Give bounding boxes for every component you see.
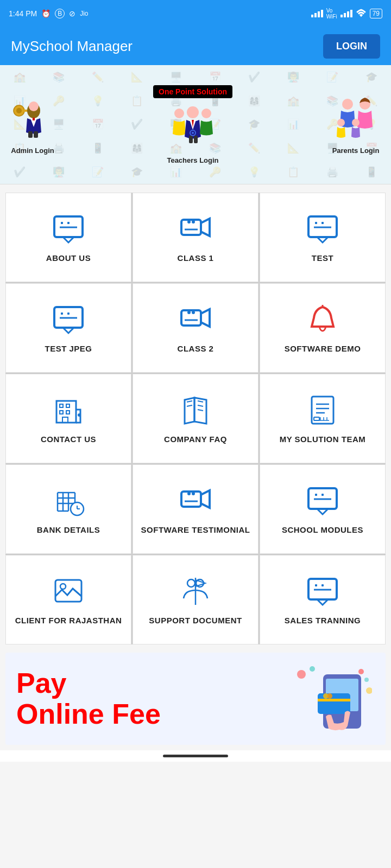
hero-banner: 🏫📚✏️📐🖥️📅✔️👨‍🏫📝🎓 📊🔑💡📋🖨️📱👩‍👩‍👧🏫📚✏️ 📐🖥️📅✔️👨… bbox=[0, 65, 391, 184]
grid-item-school-modules[interactable]: SCHOOL MODULES bbox=[260, 464, 386, 554]
svg-point-10 bbox=[174, 108, 184, 118]
svg-point-1 bbox=[16, 108, 22, 113]
svg-point-38 bbox=[187, 311, 191, 314]
school-modules-icon bbox=[306, 484, 339, 519]
contact-us-icon bbox=[52, 393, 85, 428]
client-rajasthan-icon bbox=[52, 575, 85, 609]
jio-label: Jio bbox=[80, 10, 88, 17]
sales-tranning-icon bbox=[306, 575, 339, 609]
admin-section: Admin Login bbox=[11, 94, 54, 155]
svg-point-39 bbox=[192, 311, 195, 314]
signal-bars bbox=[311, 10, 323, 17]
software-demo-label: SOFTWARE DEMO bbox=[285, 344, 361, 353]
svg-rect-60 bbox=[314, 417, 319, 420]
svg-rect-34 bbox=[61, 312, 63, 315]
signal-icon-2: ⊘ bbox=[69, 9, 75, 18]
svg-rect-31 bbox=[321, 222, 324, 224]
login-button[interactable]: LOGIN bbox=[323, 34, 380, 59]
svg-line-54 bbox=[187, 401, 192, 402]
svg-rect-35 bbox=[67, 312, 70, 315]
class-1-label: CLASS 1 bbox=[178, 253, 214, 263]
pay-line2: Online Fee bbox=[16, 699, 161, 730]
teachers-icon bbox=[168, 101, 217, 153]
grid-item-my-solution-team[interactable]: MY SOLUTION TEAM bbox=[260, 374, 386, 463]
support-document-icon bbox=[179, 575, 212, 609]
grid-item-company-faq[interactable]: COMPANY FAQ bbox=[133, 374, 258, 463]
grid-item-software-demo[interactable]: SOFTWARE DEMO bbox=[260, 283, 386, 373]
svg-point-17 bbox=[342, 99, 353, 110]
svg-point-26 bbox=[187, 220, 191, 224]
grid-item-bank-details[interactable]: BANK DETAILS bbox=[5, 464, 131, 554]
svg-rect-37 bbox=[181, 310, 201, 326]
banner-content: Admin Login One Point Solution bbox=[0, 80, 391, 170]
grid-item-class-1[interactable]: CLASS 1 bbox=[133, 193, 258, 282]
grid-item-contact-us[interactable]: CONTACT US bbox=[5, 374, 131, 463]
svg-rect-8 bbox=[28, 131, 33, 138]
grid-item-about-us[interactable]: ABOUT US bbox=[5, 193, 131, 282]
grid-item-client-rajasthan[interactable]: CLIENT FOR RAJASTHAN bbox=[5, 555, 131, 644]
wifi-icon bbox=[356, 9, 367, 19]
svg-point-102 bbox=[364, 678, 369, 682]
svg-rect-45 bbox=[66, 404, 70, 407]
class-1-icon bbox=[179, 212, 212, 247]
phone-graphic bbox=[288, 663, 375, 734]
support-document-label: SUPPORT DOCUMENT bbox=[149, 616, 242, 625]
svg-line-52 bbox=[198, 405, 203, 406]
pay-line1: Pay bbox=[16, 668, 161, 699]
svg-rect-14 bbox=[194, 136, 198, 143]
company-faq-icon bbox=[179, 393, 212, 428]
battery-display: 79 bbox=[370, 9, 382, 18]
svg-point-100 bbox=[327, 693, 332, 699]
payment-illustration bbox=[291, 663, 372, 734]
svg-rect-25 bbox=[181, 220, 201, 235]
grid-item-test-jpeg[interactable]: TEST JPEG bbox=[5, 283, 131, 373]
about-us-icon bbox=[52, 212, 85, 247]
parents-icon bbox=[331, 94, 380, 143]
alarm-icon: ⏰ bbox=[41, 9, 51, 18]
home-bar bbox=[163, 755, 228, 757]
svg-rect-9 bbox=[34, 131, 38, 138]
svg-point-85 bbox=[60, 584, 66, 589]
bottom-banner: Pay Online Fee bbox=[5, 653, 386, 745]
svg-point-16 bbox=[192, 132, 194, 134]
svg-rect-7 bbox=[33, 118, 35, 120]
parents-section: Parents Login bbox=[331, 94, 380, 155]
grid-item-software-testimonial[interactable]: SOFTWARE TESTIMONIAL bbox=[133, 464, 258, 554]
svg-rect-56 bbox=[312, 397, 333, 424]
svg-point-12 bbox=[201, 108, 211, 118]
contact-us-label: CONTACT US bbox=[41, 435, 96, 444]
my-solution-team-label: MY SOLUTION TEAM bbox=[280, 435, 366, 444]
svg-point-78 bbox=[192, 492, 195, 495]
time-display: 1:44 PM bbox=[9, 9, 37, 18]
svg-rect-82 bbox=[321, 494, 324, 496]
pay-text-container: Pay Online Fee bbox=[16, 668, 161, 730]
grid-item-class-2[interactable]: CLASS 2 bbox=[133, 283, 258, 373]
svg-point-27 bbox=[192, 220, 195, 224]
sales-tranning-label: SALES TRANNING bbox=[285, 616, 361, 625]
admin-label: Admin Login bbox=[11, 146, 54, 155]
about-us-label: ABOUT US bbox=[46, 253, 91, 263]
svg-rect-97 bbox=[318, 693, 350, 714]
test-jpeg-icon bbox=[52, 303, 85, 337]
status-bar: 1:44 PM ⏰ B ⊘ Jio VoWiFi 79 bbox=[0, 0, 391, 27]
class-2-icon bbox=[179, 303, 212, 337]
client-rajasthan-label: CLIENT FOR RAJASTHAN bbox=[15, 616, 122, 625]
svg-rect-98 bbox=[318, 699, 350, 701]
svg-line-51 bbox=[198, 401, 203, 402]
svg-rect-90 bbox=[315, 584, 317, 586]
app-title: MySchool Manager bbox=[11, 38, 133, 55]
svg-line-53 bbox=[198, 410, 203, 411]
svg-rect-46 bbox=[60, 411, 63, 414]
grid-item-support-document[interactable]: SUPPORT DOCUMENT bbox=[133, 555, 258, 644]
teacher-section: One Point Solution bbox=[153, 85, 232, 164]
svg-point-11 bbox=[187, 106, 199, 118]
school-modules-label: SCHOOL MODULES bbox=[282, 525, 363, 534]
menu-grid: ABOUT US CLASS 1 TEST TEST JPEG bbox=[5, 193, 386, 644]
teachers-label: Teachers Login bbox=[167, 156, 218, 164]
grid-item-test[interactable]: TEST bbox=[260, 193, 386, 282]
grid-item-sales-tranning[interactable]: SALES TRANNING bbox=[260, 555, 386, 644]
svg-rect-22 bbox=[61, 222, 63, 224]
signal-bars-2 bbox=[340, 10, 352, 17]
software-demo-icon bbox=[306, 303, 339, 337]
svg-point-94 bbox=[310, 666, 315, 672]
